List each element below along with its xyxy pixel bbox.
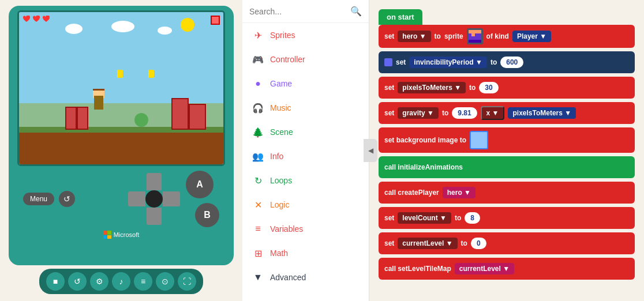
on-start-block[interactable]: on start [379,9,422,25]
dpad-down[interactable] [147,208,162,225]
level-count-dropdown[interactable]: levelCount ▼ [398,212,451,224]
search-input[interactable] [249,7,350,16]
background-image-thumb[interactable] [470,131,488,149]
coin [117,70,123,78]
multiply-dropdown[interactable]: x ▼ [481,106,505,120]
category-item-variables[interactable]: ≡ Variables [242,217,369,241]
current-level-dropdown[interactable]: currentLevel ▼ [398,238,457,249]
fullscreen-button[interactable]: ⛶ [178,272,196,291]
set-invincibility-block[interactable]: set invincibilityPeriod ▼ to 600 [379,51,635,73]
search-bar: 🔍 [242,0,369,23]
set-background-block[interactable]: set background image to [379,127,635,153]
dpad-left[interactable] [128,191,145,206]
enemy [134,113,148,127]
info-icon: 👥 [252,150,264,163]
hero-dropdown-pink[interactable]: hero ▼ [443,187,475,198]
set-level-count-block[interactable]: set levelCount ▼ to 8 [379,207,635,229]
to-label: to [469,84,475,92]
call-create-player-block[interactable]: call createPlayer hero ▼ [379,182,635,204]
pixels-value[interactable]: 30 [479,82,498,93]
player-kind-dropdown[interactable]: Player ▼ [512,31,551,42]
controls-area: Menu ↺ A B [17,171,225,227]
current-level-arg-dropdown[interactable]: currentLevel ▼ [455,263,514,274]
menu-button[interactable]: Menu [23,193,54,205]
category-label-loops: Loops [270,176,292,185]
brick-block [65,107,77,130]
bottom-toolbar: ■ ↺ ⚙ ♪ ≡ ⊙ ⛶ [39,269,203,294]
dpad-right[interactable] [163,191,180,206]
console-button[interactable]: ≡ [134,272,152,291]
collapse-panel-button[interactable]: ◀ [364,139,377,162]
to-label: to [491,58,497,66]
refresh-button-toolbar[interactable]: ↺ [68,272,87,291]
pixels-dropdown[interactable]: pixelsToMeters ▼ [398,82,466,93]
screen-content [19,12,223,164]
sun-icon [181,18,194,32]
call-create-label: call createPlayer [384,189,439,197]
call-tile-label: call setLevelTileMap [384,265,451,273]
logic-icon: ✕ [252,198,264,211]
screenshot-button[interactable]: ⊙ [156,272,174,291]
set-gravity-block[interactable]: set gravity ▼ to 9.81 x ▼ pixelsToMeters… [379,102,635,124]
category-label-game: Game [270,79,292,88]
set-pixels-block[interactable]: set pixelsToMeters ▼ to 30 [379,77,635,99]
gravity-value[interactable]: 9.81 [452,107,477,119]
refresh-button[interactable]: ↺ [59,191,75,207]
category-item-logic[interactable]: ✕ Logic [242,193,369,217]
loops-icon: ↻ [252,174,264,187]
sprite-thumbnail[interactable] [467,28,483,44]
category-item-controller[interactable]: 🎮 Controller [242,47,369,72]
category-item-music[interactable]: 🎧 Music [242,96,369,120]
ms-sq-yellow [107,235,111,239]
dpad[interactable] [128,173,180,225]
to-label: to [435,32,441,40]
call-tile-map-block[interactable]: call setLevelTileMap currentLevel ▼ [379,258,635,280]
cloud [158,27,172,35]
ms-sq-red [103,231,107,235]
gravity-dropdown[interactable]: gravity ▼ [398,107,439,119]
brick-block [189,104,206,130]
category-item-info[interactable]: 👥 Info [242,144,369,168]
invincibility-value[interactable]: 600 [500,57,523,68]
pixels-to-meters-dropdown[interactable]: pixelsToMeters ▼ [508,107,576,119]
category-item-scene[interactable]: 🌲 Scene [242,120,369,144]
game-preview-panel: Menu ↺ A B [0,0,242,301]
sound-button[interactable]: ♪ [112,272,130,291]
set-hero-block[interactable]: set hero ▼ to sprite of kind Player ▼ [379,25,635,48]
corner-icon [211,16,220,25]
category-list: ✈ Sprites 🎮 Controller ● Game 🎧 Music 🌲 … [242,23,369,301]
set-label: set [384,109,394,117]
category-label-variables: Variables [270,224,303,234]
player-char [94,96,103,110]
brick-block [171,98,189,130]
settings-button[interactable]: ⚙ [90,272,108,291]
current-level-value[interactable]: 0 [471,238,486,249]
ms-sq-blue [103,235,107,239]
sprite-label: sprite [444,32,463,40]
heart-icon [23,16,31,22]
action-buttons: A B [186,171,219,227]
math-icon: ⊞ [252,247,264,259]
a-button[interactable]: A [186,171,214,198]
stop-button[interactable]: ■ [46,272,65,291]
microsoft-logo [103,231,111,239]
code-canvas[interactable]: on start set hero ▼ to sprite of kind Pl… [369,0,644,301]
category-label-advanced: Advanced [270,273,306,282]
variables-icon: ≡ [252,223,264,235]
ms-sq-green [107,231,111,235]
set-label: set [396,58,406,66]
dpad-up[interactable] [147,173,162,190]
call-init-block[interactable]: call initializeAnimations [379,156,635,178]
b-button[interactable]: B [195,203,219,227]
invincibility-dropdown[interactable]: invincibilityPeriod ▼ [409,57,487,68]
category-item-math[interactable]: ⊞ Math [242,241,369,265]
category-item-game[interactable]: ● Game [242,72,369,96]
category-item-advanced[interactable]: ▼ Advanced [242,265,369,289]
category-item-sprites[interactable]: ✈ Sprites [242,23,369,47]
category-item-loops[interactable]: ↻ Loops [242,168,369,193]
microsoft-text: Microsoft [114,231,140,238]
hero-dropdown[interactable]: hero ▼ [398,31,430,42]
set-current-level-block[interactable]: set currentLevel ▼ to 0 [379,232,635,254]
heart-icon [32,16,40,22]
level-count-value[interactable]: 8 [465,212,480,224]
